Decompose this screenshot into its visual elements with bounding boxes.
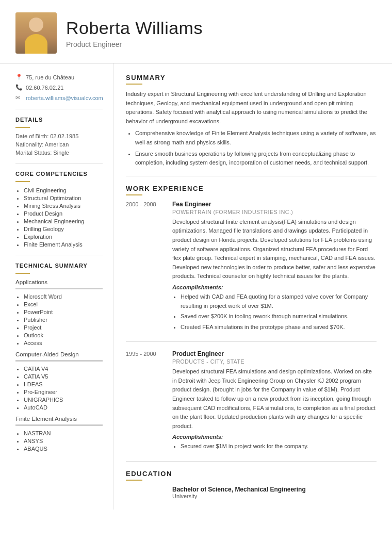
content-area: Summary Industry expert in Structural En… (113, 63, 392, 510)
work-desc-1: Developed structural FEA simulations and… (172, 367, 377, 431)
summary-title: Summary (126, 74, 377, 81)
work-title-0: Fea Engineer (172, 201, 377, 208)
fea-list: NASTRAN ANSYS ABAQUS (15, 430, 103, 452)
resume-header: Roberta Williams Product Engineer (0, 0, 392, 63)
list-item: Mechanical Engineering (24, 218, 103, 224)
list-item: I-DEAS (24, 381, 103, 387)
list-item: NASTRAN (24, 430, 103, 436)
list-item: Microsoft Word (24, 293, 103, 300)
contact-address: 📍 75, rue du Château (15, 74, 103, 81)
list-item: Exploration (24, 234, 103, 240)
list-item: CATIA V5 (24, 373, 103, 380)
details-title: Details (15, 117, 103, 123)
core-competencies-underline (15, 181, 30, 182)
work-acc-list-0: Helped with CAD and FEA quoting for a st… (172, 292, 377, 332)
core-competencies-title: Core Competencies (15, 171, 103, 177)
summary-section: Summary Industry expert in Structural En… (126, 74, 377, 168)
email-icon: ✉ (15, 94, 23, 102)
work-experience-title: Work Experience (126, 185, 377, 192)
applications-list: Microsoft Word Excel PowerPoint Publishe… (15, 293, 103, 346)
work-acc-list-1: Secured over $1M in project work for the… (172, 442, 377, 451)
list-item: Excel (24, 301, 103, 307)
phone-icon: 📞 (15, 84, 23, 91)
core-competencies-list: Civil Engineering Structural Optimizatio… (15, 187, 103, 248)
list-item: Mining Stress Analysis (24, 203, 103, 209)
work-company-1: PRODUCTS - CITY, STATE (172, 358, 377, 365)
sidebar: 📍 75, rue du Château 📞 02.60.76.02.21 ✉ … (0, 63, 113, 510)
work-entry-0: 2000 - 2008 Fea Engineer POWERTRAIN (FOR… (126, 201, 377, 334)
list-item: UNIGRAPHICS (24, 397, 103, 403)
list-item: ANSYS (24, 438, 103, 444)
list-item: Project (24, 324, 103, 331)
applications-label: Applications (15, 279, 103, 285)
work-right-1: Product Engineer (172, 350, 377, 357)
list-item: Access (24, 340, 103, 346)
work-acc-title-1: Accomplishments: (172, 434, 377, 440)
list-item: Secured over $1M in project work for the… (181, 442, 377, 451)
list-item: ABAQUS (24, 446, 103, 452)
work-details-0: POWERTRAIN (FORMER INDUSTRIES INC.) Deve… (172, 209, 377, 334)
list-item: Outlook (24, 332, 103, 338)
list-item: Pro-Engineer (24, 389, 103, 395)
list-item: CATIA V4 (24, 366, 103, 372)
list-item: Structural Optimization (24, 195, 103, 201)
summary-bullets: Comprehensive knowledge of Finite Elemen… (126, 129, 377, 167)
work-details-1: PRODUCTS - CITY, STATE Developed structu… (172, 358, 377, 453)
list-item: Civil Engineering (24, 187, 103, 193)
work-right-0: Fea Engineer (172, 201, 377, 208)
summary-text: Industry expert in Structural Engineerin… (126, 90, 377, 126)
summary-underline (126, 84, 142, 85)
list-item: Created FEA simulations in the prototype… (181, 323, 377, 332)
education-section: Education Bachelor of Science, Mechanica… (126, 470, 377, 499)
header-title: Product Engineer (66, 40, 377, 48)
contact-phone: 📞 02.60.76.02.21 (15, 84, 103, 91)
list-item: Ensure smooth business operations by fol… (135, 150, 377, 168)
work-dates-1: 1995 - 2000 (126, 350, 172, 357)
main-layout: 📍 75, rue du Château 📞 02.60.76.02.21 ✉ … (0, 63, 392, 510)
work-dates-0: 2000 - 2008 (126, 201, 172, 207)
work-company-0: POWERTRAIN (FORMER INDUSTRIES INC.) (172, 209, 377, 215)
list-item: Product Design (24, 210, 103, 217)
fea-label: Finite Element Analysis (15, 416, 103, 422)
detail-marital: Marital Status: Single (15, 150, 103, 156)
list-item: AutoCAD (24, 404, 103, 411)
contact-email[interactable]: ✉ roberta.williams@visualcv.com (15, 94, 103, 102)
work-experience-section: Work Experience 2000 - 2008 Fea Engineer… (126, 185, 377, 453)
work-desc-0: Developed structural finite element anal… (172, 218, 377, 281)
cad-bar (15, 360, 103, 362)
list-item: Comprehensive knowledge of Finite Elemen… (135, 129, 377, 147)
list-item: PowerPoint (24, 309, 103, 315)
list-item: Finite Element Analysis (24, 241, 103, 248)
fea-bar (15, 424, 103, 426)
work-experience-underline (126, 194, 142, 195)
education-underline (126, 480, 142, 481)
location-icon: 📍 (15, 74, 23, 81)
header-text: Roberta Williams Product Engineer (66, 18, 377, 48)
edu-degree-0: Bachelor of Science, Mechanical Engineer… (172, 486, 377, 493)
cad-list: CATIA V4 CATIA V5 I-DEAS Pro-Engineer UN… (15, 366, 103, 411)
list-item: Publisher (24, 317, 103, 323)
education-title: Education (126, 470, 377, 478)
technical-summary-title: Technical Summary (15, 263, 103, 269)
list-item: Saved over $200K in tooling rework throu… (181, 312, 377, 321)
edu-school-0: University (172, 493, 377, 499)
detail-dob: Date of Birth: 02.02.1985 (15, 133, 103, 139)
edu-entry-0: Bachelor of Science, Mechanical Engineer… (126, 486, 377, 499)
work-header-1: 1995 - 2000 Product Engineer (126, 350, 377, 357)
work-entry-1: 1995 - 2000 Product Engineer PRODUCTS - … (126, 350, 377, 453)
list-item: Drilling Geology (24, 226, 103, 232)
edu-right-0: Bachelor of Science, Mechanical Engineer… (172, 486, 377, 499)
avatar (15, 12, 57, 54)
work-acc-title-0: Accomplishments: (172, 284, 377, 290)
applications-bar (15, 288, 103, 289)
technical-summary-underline (15, 273, 30, 274)
header-name: Roberta Williams (66, 18, 377, 38)
work-header-0: 2000 - 2008 Fea Engineer (126, 201, 377, 208)
detail-nationality: Nationality: American (15, 141, 103, 148)
work-title-1: Product Engineer (172, 350, 377, 357)
list-item: Helped with CAD and FEA quoting for a st… (181, 292, 377, 310)
details-underline (15, 127, 30, 128)
cad-label: Computer-Aided Design (15, 351, 103, 357)
